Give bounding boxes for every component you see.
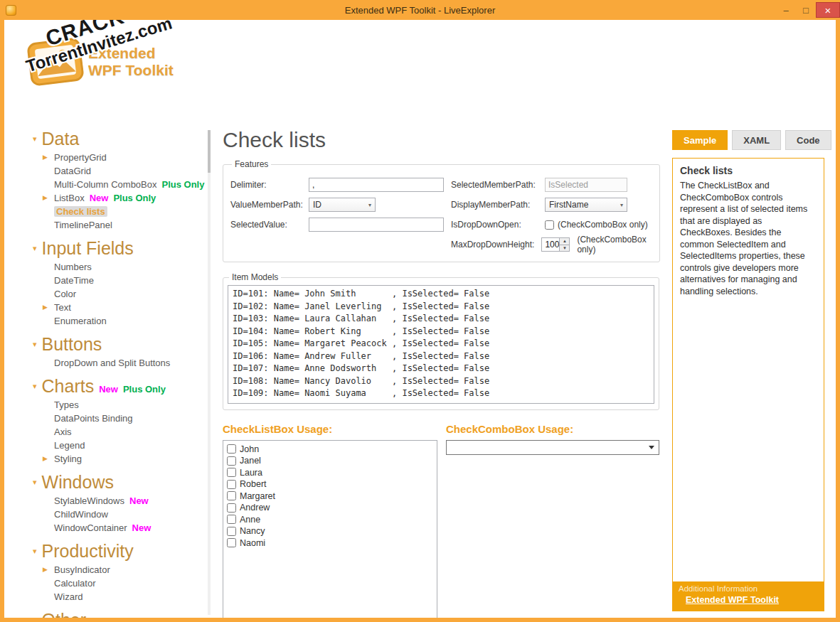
sidebar-section-data[interactable]: ▾Data xyxy=(4,127,206,151)
delimiter-input[interactable] xyxy=(309,178,444,192)
sidebar-item-label: Legend xyxy=(54,440,85,451)
toolkit-logo-icon xyxy=(26,37,85,87)
scrollbar-thumb[interactable] xyxy=(208,130,211,173)
section-label: Data xyxy=(42,129,80,149)
item-model-row[interactable]: ID=103: Name= Laura Callahan , IsSelecte… xyxy=(228,313,654,326)
expander-icon[interactable]: ▶ xyxy=(43,566,48,573)
tab-xaml[interactable]: XAML xyxy=(732,130,781,150)
sidebar-item-enumeration[interactable]: Enumeration xyxy=(54,314,206,328)
sidebar-item-childwindow[interactable]: ChildWindow xyxy=(54,508,206,521)
sidebar-item-datagrid[interactable]: DataGrid xyxy=(54,164,206,178)
new-badge: New xyxy=(132,522,151,533)
sidebar-item-color[interactable]: Color xyxy=(54,287,206,301)
new-badge: New xyxy=(99,384,118,395)
sidebar-item-label: Axis xyxy=(54,427,72,437)
sidebar-section-productivity[interactable]: ▾Productivity xyxy=(4,539,206,563)
sidebar-item-windowcontainer[interactable]: WindowContainerNew xyxy=(54,521,206,535)
checklist-item-anne[interactable]: Anne xyxy=(227,514,433,526)
sidebar-item-propertygrid[interactable]: ▶PropertyGrid xyxy=(54,151,206,164)
sidebar-item-types[interactable]: Types xyxy=(54,398,206,412)
expander-icon[interactable]: ▶ xyxy=(43,304,48,311)
checklist-item-margaret[interactable]: Margaret xyxy=(227,490,433,503)
item-checkbox[interactable] xyxy=(227,456,236,466)
sidebar-item-timelinepanel[interactable]: TimelinePanel xyxy=(54,218,206,232)
check-list-box: JohnJanelLauraRobertMargaretAndrewAnneNa… xyxy=(223,440,437,618)
item-checkbox[interactable] xyxy=(227,515,236,524)
item-model-row[interactable]: ID=108: Name= Nancy Davolio , IsSelected… xyxy=(228,375,654,388)
item-model-row[interactable]: ID=104: Name= Robert King , IsSelected= … xyxy=(228,326,654,338)
item-model-row[interactable]: ID=101: Name= John Smith , IsSelected= F… xyxy=(228,288,654,301)
checklist-item-janel[interactable]: Janel xyxy=(227,455,433,467)
window-body: Extended WPF Toolkit CRACK TorrentInvite… xyxy=(4,20,836,618)
item-checkbox[interactable] xyxy=(227,444,236,454)
logo-line1: Extended xyxy=(88,45,174,62)
checklist-item-laura[interactable]: Laura xyxy=(227,467,433,479)
sidebar-item-listbox[interactable]: ▶ListBoxNewPlus Only xyxy=(54,191,206,205)
checklist-item-robert[interactable]: Robert xyxy=(227,478,433,490)
sidebar-item-label: StylableWindows xyxy=(54,495,124,506)
maximize-button[interactable]: □ xyxy=(796,2,816,18)
check-combo-box[interactable] xyxy=(446,440,659,455)
close-button[interactable]: × xyxy=(816,2,840,18)
sidebar-section-input-fields[interactable]: ▾Input Fields xyxy=(4,236,206,260)
item-checkbox[interactable] xyxy=(227,480,236,489)
value-member-path-combobox[interactable]: ID ▾ xyxy=(309,198,376,212)
item-model-row[interactable]: ID=102: Name= Janel Leverling , IsSelect… xyxy=(228,301,654,313)
sidebar-item-label: Calculator xyxy=(54,578,96,589)
sidebar-item-axis[interactable]: Axis xyxy=(54,425,206,439)
sidebar-item-dropdown-and-split-buttons[interactable]: DropDown and Split Buttons xyxy=(54,356,206,370)
spinner-down-button[interactable]: ▼ xyxy=(560,245,569,252)
sidebar-section-other[interactable]: ▾Other xyxy=(4,608,206,618)
spinner-up-button[interactable]: ▲ xyxy=(560,238,569,245)
sidebar-item-datapoints-binding[interactable]: DataPoints Binding xyxy=(54,412,206,425)
expander-icon[interactable]: ▶ xyxy=(43,455,48,462)
sidebar-section-charts[interactable]: ▾ChartsNewPlus Only xyxy=(4,374,206,398)
item-model-row[interactable]: ID=107: Name= Anne Dodsworth , IsSelecte… xyxy=(228,363,654,375)
sidebar-item-datetime[interactable]: DateTime xyxy=(54,274,206,287)
sidebar-item-label: ListBox xyxy=(54,193,85,203)
item-checkbox[interactable] xyxy=(227,503,236,513)
sidebar-item-legend[interactable]: Legend xyxy=(54,439,206,452)
sidebar-item-stylablewindows[interactable]: StylableWindowsNew xyxy=(54,494,206,508)
sidebar-item-label: ChildWindow xyxy=(54,509,108,520)
item-model-row[interactable]: ID=109: Name= Naomi Suyama , IsSelected=… xyxy=(228,387,654,400)
sidebar-section-windows[interactable]: ▾Windows xyxy=(4,470,206,494)
features-row-1: Delimiter: SelectedMemberPath: xyxy=(230,175,652,195)
minimize-button[interactable]: – xyxy=(776,2,796,18)
tab-code[interactable]: Code xyxy=(785,130,831,150)
sidebar-item-multi-column-combobox[interactable]: Multi-Column ComboBoxPlus Only xyxy=(54,178,206,191)
is-drop-down-open-checkbox[interactable] xyxy=(545,220,554,230)
checklist-item-john[interactable]: John xyxy=(227,444,433,456)
sidebar-item-busyindicator[interactable]: ▶BusyIndicator xyxy=(54,563,206,577)
item-checkbox[interactable] xyxy=(227,491,236,500)
expander-icon[interactable]: ▶ xyxy=(43,194,48,201)
item-checkbox[interactable] xyxy=(227,538,236,547)
checklist-item-naomi[interactable]: Naomi xyxy=(227,537,433,549)
item-model-row[interactable]: ID=106: Name= Andrew Fuller , IsSelected… xyxy=(228,350,654,363)
sidebar-item-calculator[interactable]: Calculator xyxy=(54,577,206,590)
extended-wpf-toolkit-link[interactable]: Extended WPF Toolkit xyxy=(686,595,779,605)
checklist-item-nancy[interactable]: Nancy xyxy=(227,525,433,537)
section-label: Charts xyxy=(42,376,95,397)
sidebar-item-wizard[interactable]: Wizard xyxy=(54,590,206,604)
max-drop-down-height-spinner[interactable]: 100 ▲ ▼ xyxy=(541,237,570,252)
sidebar-item-label: DataGrid xyxy=(54,166,91,176)
display-member-path-combobox[interactable]: FirstName ▾ xyxy=(545,198,627,212)
sidebar-item-check-lists[interactable]: Check lists xyxy=(54,205,206,218)
selected-member-path-label: SelectedMemberPath: xyxy=(451,180,538,190)
sidebar-item-styling[interactable]: ▶Styling xyxy=(54,452,206,466)
item-checkbox[interactable] xyxy=(227,468,236,477)
item-model-row[interactable]: ID=105: Name= Margaret Peacock , IsSelec… xyxy=(228,338,654,350)
checklistbox-usage-heading: CheckListBox Usage: xyxy=(223,423,437,435)
sidebar-item-text[interactable]: ▶Text xyxy=(54,301,206,314)
checklist-item-andrew[interactable]: Andrew xyxy=(227,502,433,514)
selected-value-input[interactable] xyxy=(309,218,444,232)
sidebar-section-buttons[interactable]: ▾Buttons xyxy=(4,332,206,356)
item-checkbox[interactable] xyxy=(227,527,236,536)
sidebar-scrollbar[interactable] xyxy=(208,130,211,615)
panel-description: The CheckListBox and CheckComboBox contr… xyxy=(680,180,817,297)
expander-icon[interactable]: ▶ xyxy=(43,154,48,161)
sidebar-item-numbers[interactable]: Numbers xyxy=(54,260,206,274)
tab-sample[interactable]: Sample xyxy=(672,130,728,150)
window-controls: – □ × xyxy=(776,0,840,20)
